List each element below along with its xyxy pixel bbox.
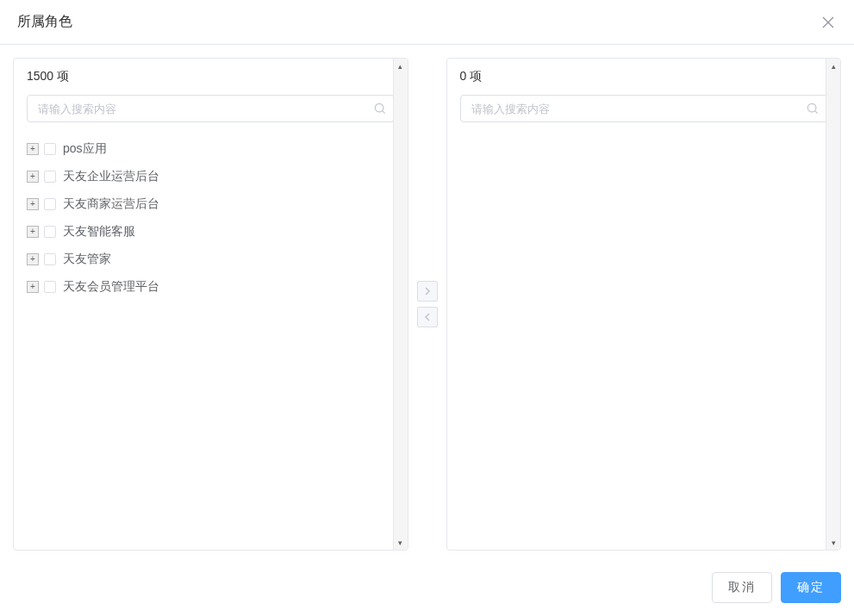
expand-icon[interactable]: +	[27, 143, 39, 155]
target-count: 0 项	[447, 59, 841, 95]
source-search-input[interactable]	[27, 95, 395, 122]
scroll-track[interactable]	[394, 73, 408, 535]
tree-node: + 天友智能客服	[27, 218, 395, 246]
svg-point-2	[375, 103, 383, 112]
node-label[interactable]: 天友企业运营后台	[63, 169, 159, 184]
move-right-button[interactable]	[417, 281, 438, 302]
expand-icon[interactable]: +	[27, 198, 39, 210]
target-search-input[interactable]	[460, 95, 828, 122]
svg-point-4	[807, 103, 816, 112]
tree-node: + 天友商家运营后台	[27, 190, 395, 218]
node-label[interactable]: 天友会员管理平台	[63, 279, 159, 295]
checkbox[interactable]	[44, 226, 56, 238]
dialog-header: 所属角色	[0, 0, 854, 45]
checkbox[interactable]	[44, 253, 56, 265]
chevron-right-icon	[424, 287, 431, 296]
dialog-footer: 取消 确定	[0, 563, 854, 616]
checkbox[interactable]	[44, 198, 56, 210]
search-icon	[807, 103, 819, 115]
node-label[interactable]: pos应用	[63, 141, 107, 157]
node-label[interactable]: 天友管家	[63, 252, 111, 267]
checkbox[interactable]	[44, 143, 56, 155]
expand-icon[interactable]: +	[27, 171, 39, 183]
scroll-down-arrow[interactable]: ▾	[394, 535, 408, 550]
scroll-down-arrow[interactable]: ▾	[826, 535, 840, 550]
target-panel: 0 项 ▴ ▾	[446, 58, 842, 551]
source-search-wrap	[14, 95, 408, 131]
dialog-body: 1500 项 + pos应用	[0, 45, 854, 563]
node-label[interactable]: 天友商家运营后台	[63, 196, 159, 212]
search-icon	[374, 103, 386, 115]
checkbox[interactable]	[44, 281, 56, 293]
target-tree	[447, 131, 841, 550]
source-count: 1500 项	[14, 59, 408, 95]
close-button[interactable]	[820, 14, 837, 31]
source-scrollbar[interactable]: ▴ ▾	[393, 59, 408, 550]
source-tree: + pos应用 + 天友企业运营后台 + 天友商家运营后台 +	[14, 131, 408, 550]
search-input-wrap	[27, 95, 395, 122]
role-dialog: 所属角色 1500 项	[0, 0, 854, 616]
tree-node: + 天友管家	[27, 246, 395, 273]
scroll-up-arrow[interactable]: ▴	[826, 59, 840, 73]
expand-icon[interactable]: +	[27, 281, 39, 293]
expand-icon[interactable]: +	[27, 253, 39, 265]
cancel-button[interactable]: 取消	[712, 572, 772, 603]
expand-icon[interactable]: +	[27, 226, 39, 238]
dialog-title: 所属角色	[17, 13, 72, 31]
transfer-controls	[417, 58, 438, 551]
chevron-left-icon	[424, 313, 431, 321]
scroll-up-arrow[interactable]: ▴	[394, 59, 408, 73]
move-left-button[interactable]	[417, 307, 438, 327]
svg-line-5	[815, 111, 818, 114]
node-label[interactable]: 天友智能客服	[63, 224, 135, 240]
close-icon	[822, 16, 834, 28]
confirm-button[interactable]: 确定	[781, 572, 841, 603]
scroll-track[interactable]	[826, 73, 840, 535]
search-input-wrap	[460, 95, 828, 122]
target-scrollbar[interactable]: ▴ ▾	[826, 59, 840, 550]
source-panel: 1500 项 + pos应用	[13, 58, 408, 551]
tree-node: + 天友企业运营后台	[27, 163, 395, 190]
checkbox[interactable]	[44, 171, 56, 183]
tree-node: + 天友会员管理平台	[27, 273, 395, 301]
svg-line-3	[382, 111, 384, 114]
target-search-wrap	[447, 95, 841, 131]
tree-node: + pos应用	[27, 135, 395, 163]
